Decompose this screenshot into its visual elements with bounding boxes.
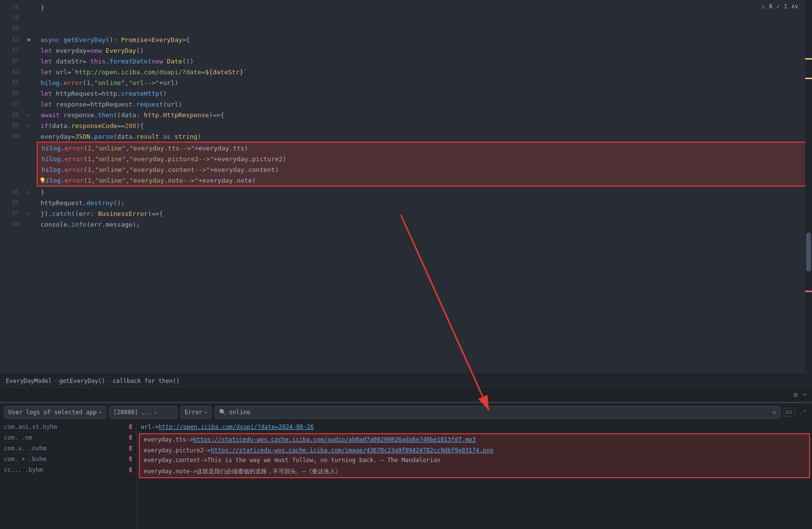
breadcrumb-sep-1: › [54, 378, 57, 384]
code-line-91: 91 hilog.error(1,"online","everyday.tts-… [38, 143, 811, 153]
line-content-98: console.info(err.message); [37, 221, 140, 228]
minus-icon[interactable]: − [802, 391, 807, 400]
breadcrumb-part-2[interactable]: getEveryDay() [59, 378, 105, 384]
code-line-98: 98 console.info(err.message); [0, 219, 812, 230]
log-sidebar-item-2[interactable]: com. .nm E [0, 432, 136, 443]
gutter-95: ◇ [27, 189, 37, 195]
line-num-78: 78 [0, 4, 27, 11]
line-content-85: hilog.error(1,"online","url-->"+url) [37, 79, 178, 86]
nav-arrows[interactable]: ∧∨ [791, 3, 798, 10]
app-name-2: com. .nm [4, 434, 125, 441]
line-content-78: } [37, 4, 44, 11]
code-line-83: 83 let dateStr= this.formatDate(new Date… [0, 56, 812, 66]
pid-dropdown[interactable]: [28880] ... ▾ [109, 406, 177, 419]
line-num-82: 82 [0, 47, 27, 54]
level-label: Error [185, 409, 202, 416]
line-content-91: hilog.error(1,"online","everyday.tts-->"… [38, 145, 248, 152]
log-sidebar: com.ani.st.byhm E com. .nm E com.v. .nvh… [0, 422, 137, 529]
app-name-5: cc... .byhm [4, 466, 125, 473]
line-num-86: 86 [0, 90, 27, 97]
log-entry-5-text: everyday.note->这就是我们必须遵循的道路，不可回头。—《曼达洛人》 [144, 467, 341, 476]
line-num-90: 90 [0, 133, 27, 140]
app-name-4: com. + .bvhm [4, 456, 125, 463]
log-sidebar-item-3[interactable]: com.v. .nvhm E [0, 443, 136, 454]
code-line-78: 78 } [0, 2, 812, 13]
line-content-83: let dateStr= this.formatDate(new Date()) [37, 58, 194, 65]
log-link-picture2[interactable]: https://staticedu-wps.cache.iciba.com/im… [211, 447, 493, 454]
line-content-92: hilog.error(1,"online","everyday.picture… [38, 155, 286, 163]
check-count: 1 [784, 3, 787, 10]
log-level-3: E [129, 445, 132, 452]
code-line-81: 81 ◈ async getEveryDay(): Promise<EveryD… [0, 34, 812, 45]
scrollbar-thumb[interactable] [806, 233, 811, 272]
warning-icon: ⚠ [762, 3, 765, 10]
line-content-86: let httpRequest=http.createHttp() [37, 90, 167, 97]
line-content-81: async getEveryDay(): Promise<EveryDay>{ [37, 36, 190, 43]
regex-button[interactable]: .* [798, 408, 808, 416]
highlighted-code-block: 91 hilog.error(1,"online","everyday.tts-… [37, 142, 812, 187]
search-icon: 🔍 [219, 409, 226, 416]
check-icon: ✓ [776, 3, 780, 10]
editor-scrollbar[interactable] [805, 0, 812, 387]
log-link-tts[interactable]: https://staticedu-wps.cache.iciba.com/au… [193, 436, 476, 443]
log-entry-4: everyday.content->This is the way we mus… [140, 456, 809, 466]
pid-dropdown-arrow: ▾ [154, 410, 157, 415]
log-entry-5: everyday.note->这就是我们必须遵循的道路，不可回头。—《曼达洛人》 [140, 466, 809, 477]
level-dropdown[interactable]: Error ▾ [180, 406, 212, 419]
gutter-97: ◇ [27, 211, 37, 216]
app-name-1: com.ani.st.byhm [4, 423, 125, 430]
code-line-93: 93 hilog.error(1,"online","everyday.cont… [38, 164, 811, 175]
code-line-90: 90 everyday=JSON.parse(data.result as st… [0, 131, 812, 142]
app-name-3: com.v. .nvhm [4, 445, 125, 452]
log-entry-1-text: url->http://open.iciba.com/dsapi/?date=2… [141, 423, 314, 430]
code-line-85: 85 hilog.error(1,"online","url-->"+url) [0, 77, 812, 88]
cc-button[interactable]: Cc [784, 408, 795, 417]
code-line-84: 84 let url=`http://open.iciba.com/dsapi/… [0, 66, 812, 77]
line-num-87: 87 [0, 101, 27, 107]
line-content-96: httpRequest.destroy(); [37, 199, 125, 207]
line-content-90: everyday=JSON.parse(data.result as strin… [37, 133, 201, 140]
top-status-bar: ⚠ 6 ✓ 1 ∧∨ [762, 3, 798, 10]
log-sidebar-item-1[interactable]: com.ani.st.byhm E [0, 422, 136, 432]
log-level-1: E [129, 423, 132, 430]
line-num-98: 98 [0, 221, 27, 228]
log-sidebar-item-4[interactable]: com. + .bvhm E [0, 454, 136, 465]
log-highlighted-box: everyday.tts->https://staticedu-wps.cach… [139, 433, 810, 478]
code-line-86: 86 let httpRequest=http.createHttp() [0, 88, 812, 99]
code-line-82: 82 let everyday=new EveryDay() [0, 45, 812, 56]
line-num-79: 79 [0, 15, 27, 21]
pid-label: [28880] ... [113, 409, 152, 416]
log-sidebar-item-5[interactable]: cc... .byhm E [0, 465, 136, 475]
line-num-81: 81 [0, 36, 27, 43]
breadcrumb-part-3[interactable]: callback for then() [112, 378, 179, 384]
line-content-97: }).catch((err: BusinessError)=>{ [37, 210, 163, 217]
line-num-84: 84 [0, 68, 27, 75]
breadcrumb-bar: EveryDayModel › getEveryDay() › callback… [0, 374, 812, 387]
breadcrumb-part-1[interactable]: EveryDayModel [6, 378, 52, 384]
scrollbar-error-marker [805, 291, 812, 292]
gear-icon[interactable]: ⚙ [793, 391, 797, 399]
scrollbar-warning-marker2 [805, 78, 812, 79]
code-line-79: 79 [0, 13, 812, 23]
log-search-input[interactable] [229, 409, 770, 416]
log-toolbar: User logs of selected app ▾ [28880] ... … [0, 403, 812, 422]
code-editor: ⚠ 6 ✓ 1 ∧∨ 78 } 79 [0, 0, 812, 387]
log-entry-2: everyday.tts->https://staticedu-wps.cach… [140, 434, 809, 445]
code-line-97: 97 ◇ }).catch((err: BusinessError)=>{ [0, 208, 812, 219]
search-close-icon[interactable]: ✕ [772, 409, 776, 416]
level-dropdown-arrow: ▾ [204, 410, 207, 415]
line-num-83: 83 [0, 58, 27, 64]
breadcrumb-sep-2: › [107, 378, 110, 384]
log-search-box: 🔍 ✕ [215, 406, 781, 419]
code-line-87: 87 let response=httpRequest.request(url) [0, 99, 812, 109]
log-link-url[interactable]: http://open.iciba.com/dsapi/?date=2024-0… [158, 423, 314, 430]
log-main: url->http://open.iciba.com/dsapi/?date=2… [137, 422, 812, 529]
source-dropdown-arrow: ▾ [99, 410, 102, 415]
line-num-89: 89 [0, 122, 27, 129]
line-content-95: } [37, 189, 44, 196]
warning-count: 6 [769, 3, 772, 10]
log-entry-1: url->http://open.iciba.com/dsapi/?date=2… [137, 422, 812, 432]
source-dropdown[interactable]: User logs of selected app ▾ [4, 406, 106, 419]
panel-settings-bar: ⚙ − [0, 387, 812, 402]
line-content-93: hilog.error(1,"online","everyday.content… [38, 166, 279, 173]
